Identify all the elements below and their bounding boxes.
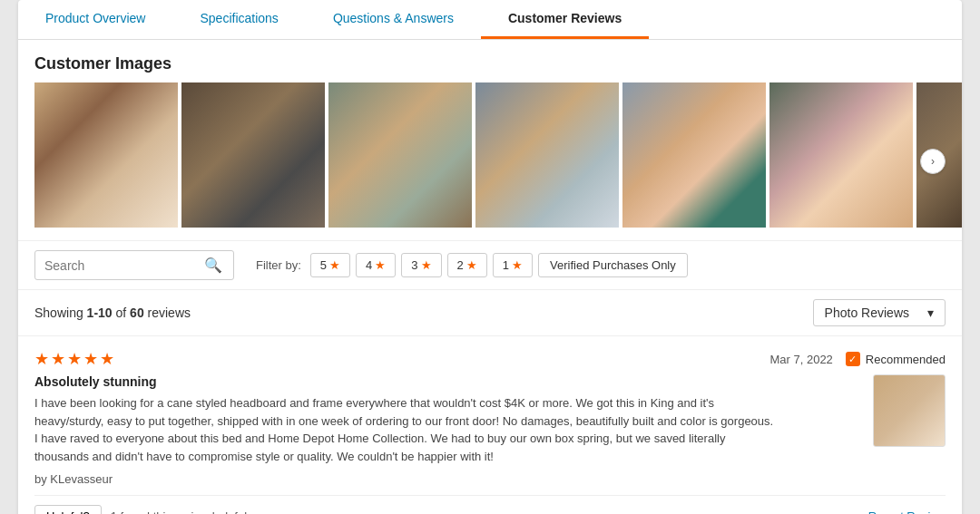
showing-middle: of — [113, 305, 130, 320]
customer-image-1[interactable] — [34, 82, 178, 228]
customer-images-section: Customer Images › — [18, 40, 962, 240]
tab-specifications[interactable]: Specifications — [172, 0, 305, 39]
star-3: ★ — [67, 349, 82, 369]
filter-5-star[interactable]: 5 ★ — [310, 253, 350, 277]
review-content-row: Absolutely stunning I have been looking … — [34, 374, 946, 495]
tab-product-overview[interactable]: Product Overview — [18, 0, 172, 39]
photo-reviews-chevron-icon: ▾ — [927, 305, 934, 320]
filter-1-star[interactable]: 1 ★ — [493, 253, 533, 277]
showing-bar: Showing 1-10 of 60 reviews Photo Reviews… — [18, 289, 962, 335]
filter-2-star[interactable]: 2 ★ — [447, 253, 487, 277]
showing-suffix: reviews — [144, 305, 191, 320]
filter-buttons: 5 ★ 4 ★ 3 ★ 2 ★ 1 ★ Verified Purchases O… — [310, 253, 688, 277]
photo-reviews-label: Photo Reviews — [825, 305, 909, 320]
filter-2-label: 2 — [457, 258, 464, 272]
helpful-button[interactable]: Helpful? — [34, 505, 102, 514]
search-input[interactable] — [44, 258, 199, 273]
filter-bar: 🔍 Filter by: 5 ★ 4 ★ 3 ★ 2 ★ 1 ★ — [18, 240, 962, 289]
review-image-thumbnail[interactable] — [873, 374, 946, 447]
showing-count: 60 — [130, 305, 144, 320]
recommended-badge: ✓ Recommended — [846, 352, 946, 366]
filter-4-star-icon: ★ — [375, 258, 386, 272]
helpful-count: 1 found this review helpful — [111, 509, 247, 514]
star-5: ★ — [100, 349, 114, 369]
helpful-row: Helpful? 1 found this review helpful — [34, 505, 247, 514]
review-section: ★ ★ ★ ★ ★ Mar 7, 2022 ✓ Recommended Abso… — [18, 335, 962, 514]
filter-3-star-icon: ★ — [421, 258, 432, 272]
filter-verified-purchases[interactable]: Verified Purchases Only — [538, 253, 688, 277]
showing-range: 1-10 — [87, 305, 113, 320]
report-review-link[interactable]: Report Review — [868, 509, 946, 514]
filter-5-label: 5 — [320, 258, 327, 272]
review-footer: Helpful? 1 found this review helpful Rep… — [34, 495, 946, 514]
tab-questions-answers[interactable]: Questions & Answers — [306, 0, 481, 39]
review-meta: Mar 7, 2022 ✓ Recommended — [769, 352, 946, 366]
showing-prefix: Showing — [34, 305, 87, 320]
review-text-col: Absolutely stunning I have been looking … — [34, 374, 855, 495]
tab-customer-reviews[interactable]: Customer Reviews — [481, 0, 649, 39]
recommended-check-icon: ✓ — [846, 352, 860, 366]
filter-4-star[interactable]: 4 ★ — [356, 253, 396, 277]
review-header: ★ ★ ★ ★ ★ Mar 7, 2022 ✓ Recommended — [34, 349, 946, 369]
review-stars: ★ ★ ★ ★ ★ — [34, 349, 114, 369]
recommended-label: Recommended — [866, 353, 946, 366]
customer-image-5[interactable] — [622, 82, 766, 228]
customer-image-6[interactable] — [769, 82, 913, 228]
showing-text: Showing 1-10 of 60 reviews — [34, 305, 191, 320]
customer-image-2[interactable] — [181, 82, 325, 228]
star-2: ★ — [51, 349, 65, 369]
scroll-right-arrow[interactable]: › — [920, 149, 946, 174]
filter-3-star[interactable]: 3 ★ — [401, 253, 441, 277]
filter-3-label: 3 — [411, 258, 417, 272]
filter-5-star-icon: ★ — [329, 258, 340, 272]
customer-images-title: Customer Images — [18, 40, 962, 82]
search-icon[interactable]: 🔍 — [204, 257, 222, 274]
customer-image-4[interactable] — [475, 82, 619, 228]
photo-reviews-dropdown[interactable]: Photo Reviews ▾ — [813, 299, 946, 326]
star-1: ★ — [34, 349, 49, 369]
review-date: Mar 7, 2022 — [769, 353, 832, 366]
review-title: Absolutely stunning — [34, 374, 855, 389]
filter-4-label: 4 — [366, 258, 372, 272]
filter-1-star-icon: ★ — [512, 258, 523, 272]
filter-2-star-icon: ★ — [466, 258, 477, 272]
review-body: I have been looking for a cane styled he… — [34, 394, 779, 465]
review-author: by KLevasseur — [34, 472, 855, 486]
filter-label: Filter by: — [256, 258, 301, 272]
search-box[interactable]: 🔍 — [34, 250, 234, 280]
filter-1-label: 1 — [503, 258, 509, 272]
tabs-bar: Product Overview Specifications Question… — [18, 0, 962, 40]
images-row: › — [18, 82, 962, 240]
customer-image-3[interactable] — [328, 82, 472, 228]
star-4: ★ — [83, 349, 98, 369]
